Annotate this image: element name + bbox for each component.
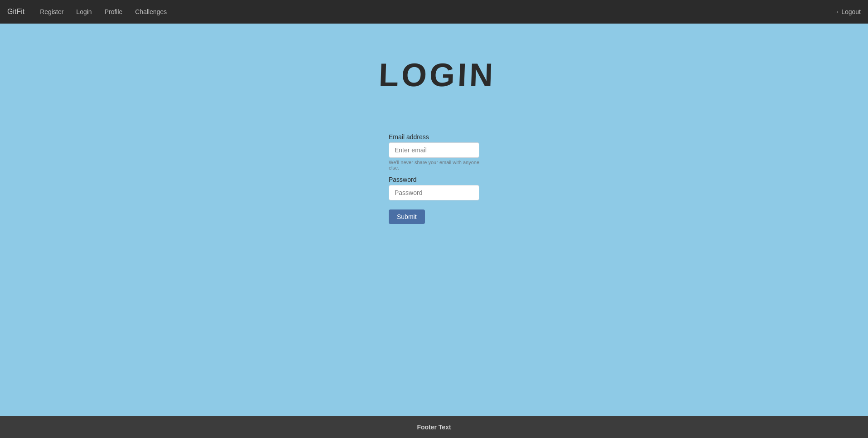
password-label: Password bbox=[389, 176, 479, 183]
nav-link-login[interactable]: Login bbox=[72, 5, 96, 18]
navbar-links: Register Login Profile Challenges bbox=[35, 5, 833, 18]
login-form: Email address We'll never share your ema… bbox=[389, 133, 479, 224]
footer: Footer Text bbox=[0, 416, 868, 438]
main-content: LOGIN Email address We'll never share yo… bbox=[0, 24, 868, 416]
footer-text: Footer Text bbox=[417, 423, 451, 431]
nav-link-register[interactable]: Register bbox=[35, 5, 68, 18]
page-title-svg: LOGIN bbox=[375, 51, 493, 92]
email-form-group: Email address We'll never share your ema… bbox=[389, 133, 479, 170]
nav-link-profile[interactable]: Profile bbox=[100, 5, 127, 18]
logout-icon: → bbox=[833, 8, 839, 15]
submit-button[interactable]: Submit bbox=[389, 209, 425, 224]
password-form-group: Password bbox=[389, 176, 479, 200]
password-input[interactable] bbox=[389, 185, 479, 200]
email-label: Email address bbox=[389, 133, 479, 141]
navbar-brand[interactable]: GitFit bbox=[7, 8, 24, 16]
navbar: GitFit Register Login Profile Challenges… bbox=[0, 0, 868, 24]
svg-text:LOGIN: LOGIN bbox=[378, 57, 493, 92]
page-title: LOGIN bbox=[375, 51, 493, 99]
nav-link-challenges[interactable]: Challenges bbox=[130, 5, 171, 18]
title-wrapper: LOGIN bbox=[375, 51, 493, 117]
email-hint: We'll never share your email with anyone… bbox=[389, 160, 479, 170]
email-input[interactable] bbox=[389, 142, 479, 158]
logout-button[interactable]: → Logout bbox=[833, 8, 861, 15]
logout-label: Logout bbox=[841, 8, 861, 15]
